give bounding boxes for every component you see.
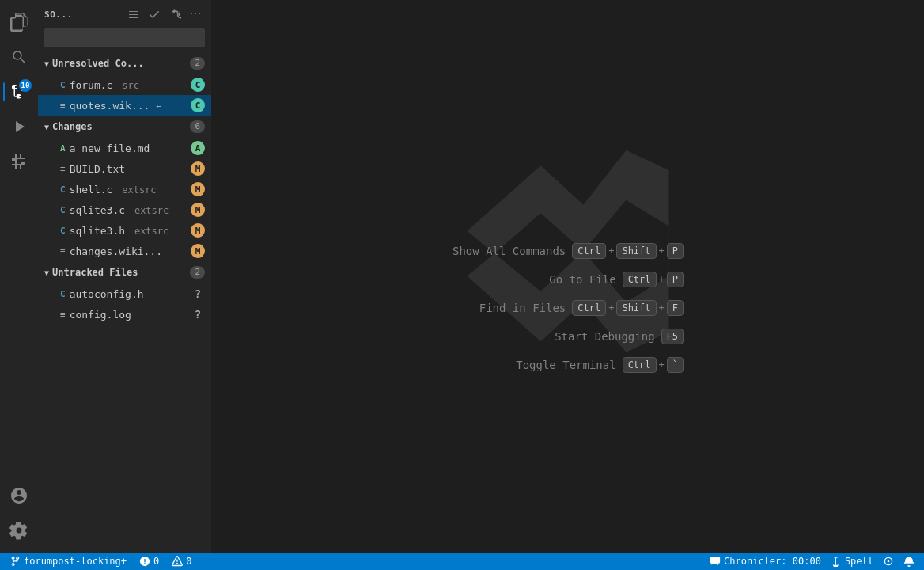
plus-icon: + (608, 245, 614, 256)
file-name-quotes-wiki: quotes.wik... ↩ (70, 100, 191, 112)
source-control-badge: 10 (19, 79, 32, 92)
key-f-find: F (667, 300, 684, 316)
file-item-config-log[interactable]: ≡ config.log ? (38, 304, 211, 325)
status-broadcast[interactable] (880, 556, 897, 567)
activity-account[interactable] (3, 480, 35, 511)
file-item-sqlite3-h[interactable]: C sqlite3.h extsrc M (38, 220, 211, 241)
shortcut-keys-debug: F5 (661, 329, 684, 344)
status-branch[interactable]: forumpost-locking+ (6, 553, 130, 570)
c-sqlite3-h-icon: C (60, 226, 66, 236)
shortcut-keys-commands: Ctrl + Shift + P (572, 243, 684, 259)
file-item-sqlite3-c[interactable]: C sqlite3.c extsrc M (38, 200, 211, 220)
check-button[interactable] (145, 5, 164, 24)
status-bar-right: Chronicler: 00:00 Spell (706, 556, 918, 567)
chronicler-icon (710, 556, 721, 567)
file-badge-changes-wiki: M (191, 244, 205, 258)
shortcuts-panel: Show All Commands Ctrl + Shift + P Go to… (453, 243, 684, 373)
spell-icon (831, 556, 842, 567)
file-badge-shell-c: M (191, 182, 205, 196)
main-area: Show All Commands Ctrl + Shift + P Go to… (212, 0, 924, 553)
txt-changes-icon: ≡ (60, 246, 66, 256)
file-item-changes-wiki[interactable]: ≡ changes.wiki... M (38, 241, 211, 261)
key-ctrl-find: Ctrl (572, 300, 606, 316)
file-badge-quotes-wiki: C (191, 98, 205, 112)
more-options-button[interactable] (186, 5, 205, 24)
file-name-shell-c: shell.c extsrc (70, 184, 191, 196)
shortcut-label-find: Find in Files (479, 302, 566, 314)
branch-icon (9, 556, 21, 567)
file-item-autoconfig-h[interactable]: C autoconfig.h ? (38, 283, 211, 304)
shortcut-row-debug: Start Debugging F5 (453, 329, 684, 344)
plus-icon-2: + (659, 245, 665, 256)
activity-bottom-group (3, 480, 35, 553)
file-item-build-txt[interactable]: ≡ BUILD.txt M (38, 158, 211, 179)
app-container: 10 SO... (0, 0, 924, 553)
c-shell-icon: C (60, 184, 66, 195)
shortcut-keys-goto: Ctrl + P (623, 272, 684, 287)
branch-name: forumpost-locking+ (24, 556, 127, 567)
activity-extensions[interactable] (3, 146, 35, 177)
shortcut-label-terminal: Toggle Terminal (516, 359, 615, 371)
shortcut-label-goto: Go to File (549, 273, 615, 286)
search-box[interactable] (44, 28, 205, 48)
file-item-quotes-wiki[interactable]: ≡ quotes.wik... ↩ C (38, 95, 211, 116)
activity-run[interactable] (3, 111, 35, 142)
chevron-down-icon-untracked: ▼ (44, 268, 49, 277)
section-changes-label: Changes (52, 121, 190, 132)
status-warnings[interactable]: 0 (169, 553, 195, 570)
key-shift-find: Shift (616, 300, 656, 316)
file-item-shell-c[interactable]: C shell.c extsrc M (38, 179, 211, 200)
plus-icon-terminal: + (659, 359, 665, 370)
file-badge-forum-c: C (191, 78, 205, 92)
key-backtick: ` (667, 357, 684, 373)
file-name-sqlite3-h: sqlite3.h extsrc (70, 225, 191, 237)
section-changes-header[interactable]: ▼ Changes 6 (38, 116, 211, 138)
file-name-forum-c: forum.c src (70, 79, 191, 91)
file-name-config-log: config.log (70, 309, 191, 321)
c-autoconfig-icon: C (60, 289, 66, 299)
sidebar-title: SO... (44, 10, 73, 20)
key-ctrl-goto: Ctrl (623, 272, 657, 287)
txt-build-icon: ≡ (60, 164, 66, 174)
file-badge-a-new-file: A (191, 141, 205, 155)
refresh-button[interactable] (165, 5, 184, 24)
warning-count: 0 (186, 556, 191, 567)
plus-icon-find-2: + (659, 302, 665, 314)
sidebar-actions (124, 5, 205, 24)
c-file-icon: C (60, 80, 66, 90)
file-badge-sqlite3-c: M (191, 203, 205, 217)
file-badge-sqlite3-h: M (191, 223, 205, 238)
file-name-build-txt: BUILD.txt (70, 163, 191, 175)
file-name-autoconfig-h: autoconfig.h (70, 288, 191, 300)
key-p: P (667, 243, 684, 259)
shortcut-keys-find: Ctrl + Shift + F (572, 300, 684, 316)
section-unresolved-header[interactable]: ▼ Unresolved Co... 2 (38, 52, 211, 74)
section-untracked-label: Untracked Files (52, 267, 190, 278)
sidebar-header: SO... (38, 0, 211, 28)
section-changes-count: 6 (190, 120, 205, 133)
status-notification[interactable] (900, 556, 918, 567)
activity-source-control[interactable]: 10 (3, 76, 35, 108)
activity-explorer[interactable] (3, 6, 35, 38)
status-errors[interactable]: 0 (136, 553, 162, 570)
list-view-button[interactable] (124, 5, 143, 24)
file-item-a-new-file[interactable]: A a_new_file.md A (38, 138, 211, 158)
plus-icon-goto: + (659, 274, 665, 285)
warning-icon (172, 556, 183, 567)
file-name-a-new-file: a_new_file.md (70, 142, 191, 154)
key-shift: Shift (616, 243, 656, 259)
error-icon (139, 556, 150, 567)
shortcut-row-goto: Go to File Ctrl + P (453, 272, 684, 287)
file-item-forum-c[interactable]: C forum.c src C (38, 74, 211, 95)
activity-settings[interactable] (3, 515, 35, 546)
key-ctrl-terminal: Ctrl (623, 357, 657, 373)
activity-search[interactable] (3, 41, 35, 73)
shortcut-label-debug: Start Debugging (555, 330, 654, 343)
key-ctrl: Ctrl (572, 243, 606, 259)
status-chronicler[interactable]: Chronicler: 00:00 (706, 556, 824, 567)
section-unresolved-label: Unresolved Co... (52, 58, 190, 69)
md-file-icon: A (60, 143, 66, 154)
status-bar: forumpost-locking+ 0 0 Chronicler: 00:00… (0, 553, 924, 570)
status-spell[interactable]: Spell (827, 556, 877, 567)
section-untracked-header[interactable]: ▼ Untracked Files 2 (38, 261, 211, 283)
